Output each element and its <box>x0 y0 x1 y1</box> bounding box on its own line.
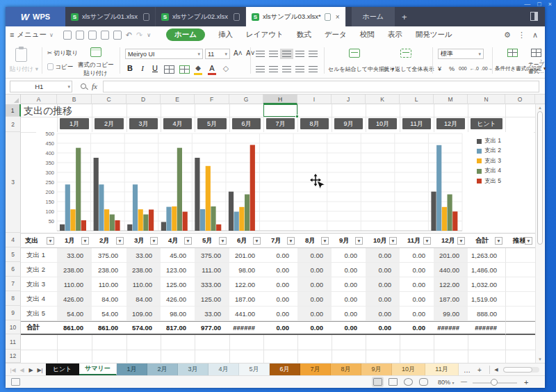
sheet-tab-サマリー[interactable]: サマリー <box>79 364 117 375</box>
filter-button-6月[interactable]: ▼ <box>253 237 261 245</box>
row-header-3[interactable]: 3 <box>6 132 21 233</box>
collapse-ribbon-icon[interactable]: ∧ <box>532 31 538 40</box>
month-nav-button-6月[interactable]: 6月 <box>232 118 261 129</box>
sheet-grid[interactable]: 支出の推移1月2月3月4月5月6月7月8月9月10月11月12月ヒント50100… <box>21 104 535 363</box>
column-header-G[interactable]: G <box>229 95 263 104</box>
filter-button-8月[interactable]: ▼ <box>321 237 329 245</box>
fill-color-icon[interactable]: ◆ <box>193 64 203 72</box>
month-nav-button-5月[interactable]: 5月 <box>197 118 227 129</box>
number-format-combobox[interactable]: 標準▾ <box>438 49 484 59</box>
ribbon-tab-表示[interactable]: 表示 <box>388 30 402 40</box>
page-break-view-icon[interactable] <box>389 378 398 386</box>
filter-button-3月[interactable]: ▼ <box>150 237 158 245</box>
align-right-icon[interactable] <box>282 66 291 72</box>
filter-button-10月[interactable]: ▼ <box>389 237 397 245</box>
filter-button-5月[interactable]: ▼ <box>219 237 227 245</box>
redo-icon[interactable]: ↷ <box>136 31 142 40</box>
borders-icon[interactable] <box>164 65 174 74</box>
home-launcher-tab[interactable]: ホーム <box>352 7 395 26</box>
ribbon-tab-校閲[interactable]: 校閲 <box>360 30 375 40</box>
sheet-tab-10月[interactable]: 10月 <box>392 364 425 375</box>
month-nav-button-ヒント[interactable]: ヒント <box>471 118 502 129</box>
sheet-tab-6月[interactable]: 6月 <box>270 364 300 375</box>
scroll-down-icon[interactable]: ▼ <box>538 357 542 361</box>
print-preview-icon[interactable] <box>113 31 122 40</box>
search-icon[interactable] <box>81 83 86 89</box>
ribbon-tab-レイアウト[interactable]: レイアウト <box>246 30 284 40</box>
underline-button[interactable]: U <box>150 64 160 72</box>
column-header-C[interactable]: C <box>92 95 126 104</box>
scroll-up-icon[interactable]: ▲ <box>538 106 542 110</box>
filter-button-11月[interactable]: ▼ <box>423 237 431 245</box>
ribbon-tab-数式[interactable]: 数式 <box>297 30 311 40</box>
filter-button-合計[interactable]: ▼ <box>495 237 502 245</box>
thousand-separator-button[interactable]: 000 <box>459 66 467 71</box>
column-header-N[interactable]: N <box>468 95 505 104</box>
row-header-9[interactable]: 9 <box>6 306 21 320</box>
fill-handle[interactable] <box>295 115 299 118</box>
save-icon[interactable] <box>76 31 84 40</box>
row-header-8[interactable]: 8 <box>6 291 21 306</box>
sheet-tab-4月[interactable]: 4月 <box>208 364 239 375</box>
copy-button[interactable]: コピー <box>47 63 73 72</box>
increase-font-button[interactable]: A˄ <box>234 49 243 57</box>
filter-button-12月[interactable]: ▼ <box>457 237 465 245</box>
device-sync-icon[interactable] <box>234 13 240 21</box>
month-nav-button-12月[interactable]: 12月 <box>436 118 465 129</box>
align-center-icon[interactable] <box>269 66 278 72</box>
row-header-4[interactable]: 4 <box>6 233 21 247</box>
cell-shading-icon[interactable] <box>179 65 190 74</box>
column-header-M[interactable]: M <box>434 95 468 104</box>
font-color-icon[interactable]: A <box>207 64 217 72</box>
os-close-button[interactable]: × <box>548 0 552 8</box>
align-left-icon[interactable] <box>256 66 265 72</box>
ribbon-tab-ホーム[interactable]: ホーム <box>166 28 205 41</box>
column-header-F[interactable]: F <box>195 95 229 104</box>
document-tab[interactable]: Sxlsサンプル01.xlsx <box>65 7 156 26</box>
device-sync-icon[interactable] <box>143 13 149 21</box>
row-header-12[interactable]: 12 <box>6 350 21 363</box>
row-header-2[interactable]: 2 <box>6 117 21 132</box>
column-header-H[interactable]: H <box>263 95 297 104</box>
ribbon-tab-挿入[interactable]: 挿入 <box>218 30 233 40</box>
sheet-tab-8月[interactable]: 8月 <box>331 364 361 375</box>
sheet-tab-11月[interactable]: 11月 <box>425 364 459 375</box>
row-header-5[interactable]: 5 <box>6 247 21 262</box>
zoom-slider-thumb[interactable] <box>491 379 498 386</box>
font-name-combobox[interactable]: Meiryo UI▾ <box>125 49 203 59</box>
row-header-6[interactable]: 6 <box>6 262 21 277</box>
increase-decimal-button[interactable]: .00→ <box>481 66 493 71</box>
percent-button[interactable]: % <box>449 65 455 72</box>
column-header-L[interactable]: L <box>400 95 434 104</box>
sheet-tab-3月[interactable]: 3月 <box>178 364 208 375</box>
font-size-combobox[interactable]: 11▾ <box>205 49 230 59</box>
filter-button-支出[interactable]: ▼ <box>47 237 54 245</box>
column-header-E[interactable]: E <box>161 95 195 104</box>
row-header-1[interactable]: 1 <box>6 104 21 117</box>
justify-icon[interactable] <box>295 66 304 72</box>
month-nav-button-10月[interactable]: 10月 <box>368 118 397 129</box>
print-icon[interactable] <box>101 31 109 40</box>
row-header-11[interactable]: 11 <box>6 334 21 350</box>
sheet-nav-last[interactable]: ▶| <box>35 364 44 376</box>
ribbon-expander[interactable]: › <box>540 57 542 64</box>
more-sheets-button[interactable]: … <box>461 364 473 376</box>
vertical-scrollbar-thumb[interactable] <box>537 111 543 245</box>
month-nav-button-2月[interactable]: 2月 <box>95 118 124 129</box>
name-box[interactable]: H1 ▾ <box>10 81 72 92</box>
decrease-indent-icon[interactable] <box>295 51 304 57</box>
month-nav-button-11月[interactable]: 11月 <box>402 118 431 129</box>
fx-icon[interactable]: fx <box>92 82 97 90</box>
month-nav-button-1月[interactable]: 1月 <box>60 118 89 129</box>
row-header-10[interactable]: 10 <box>6 320 21 334</box>
cut-button[interactable]: ✂ 切り取り <box>47 49 78 58</box>
increase-indent-icon[interactable] <box>309 51 318 57</box>
column-header-J[interactable]: J <box>332 95 366 104</box>
document-tab[interactable]: Sxlsサンプル02.xlsx <box>156 7 246 26</box>
feedback-icon[interactable] <box>11 378 20 386</box>
sheet-tab-7月[interactable]: 7月 <box>300 364 331 375</box>
zoom-level[interactable]: 80% ▾ <box>438 379 455 386</box>
undo-icon[interactable]: ↶ <box>126 31 132 40</box>
new-file-icon[interactable] <box>63 31 72 40</box>
paste-button[interactable]: 貼り付け ▾ <box>10 65 38 74</box>
